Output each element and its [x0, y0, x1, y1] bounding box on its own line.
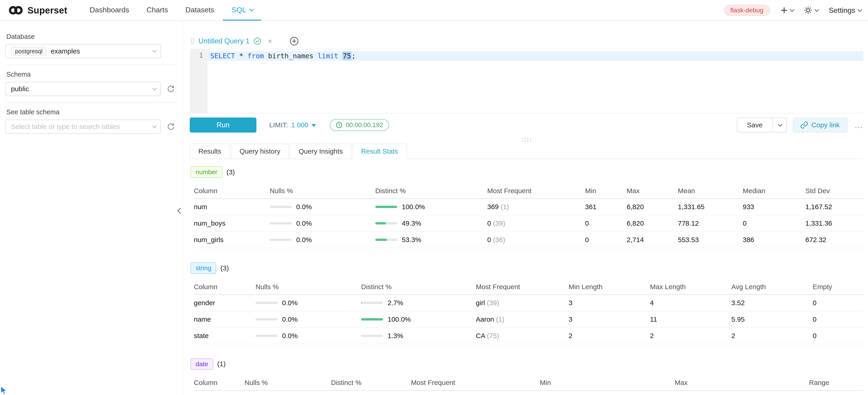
- tab-query-insights[interactable]: Query Insights: [290, 144, 351, 159]
- nulls-pct: 0.0%: [282, 299, 298, 307]
- caret-down-icon: [311, 124, 316, 127]
- plus-circle-icon: [289, 37, 299, 46]
- sql-semicolon: ;: [351, 52, 355, 60]
- chevron-down-icon: [778, 122, 782, 127]
- cell-nulls: 0.0%: [270, 236, 375, 244]
- resize-handle[interactable]: [522, 138, 531, 142]
- column-header: Nulls %: [270, 187, 375, 195]
- cell-column: num_boys: [194, 219, 270, 227]
- limit-value: 1 000: [291, 121, 308, 129]
- cell-min-length: 2: [568, 332, 650, 340]
- panel-resize-area: [190, 137, 863, 144]
- column-header: Most Frequent: [476, 283, 568, 291]
- string-stats-section: string (3) Column Nulls % Distinct % Mos…: [190, 263, 863, 344]
- distinct-bar: [361, 318, 383, 321]
- distinct-bar: [375, 222, 397, 224]
- table-row: num 0.0% 100.0% 369 (1) 361 6,820 1,331.…: [194, 199, 863, 215]
- nav-dashboards[interactable]: Dashboards: [81, 0, 138, 21]
- column-header: Column: [194, 379, 245, 387]
- sql-keyword: limit: [318, 52, 338, 60]
- column-header: Max: [627, 187, 678, 195]
- add-tab-button[interactable]: [289, 37, 299, 46]
- cell-most-frequent: girl (39): [476, 299, 568, 307]
- sql-table-name: birth_names: [268, 52, 314, 60]
- limit-dropdown[interactable]: LIMIT: 1 000: [269, 121, 316, 129]
- nav-datasets[interactable]: Datasets: [177, 0, 223, 21]
- nulls-pct: 0.0%: [296, 219, 312, 227]
- cell-distinct: 1.3%: [361, 332, 476, 340]
- table-select[interactable]: Select table or type to search tables: [5, 120, 161, 134]
- brand-name[interactable]: Superset: [27, 5, 67, 16]
- theme-toggle-button[interactable]: [804, 6, 818, 14]
- chevron-left-icon: [177, 208, 183, 213]
- save-dropdown-button[interactable]: [773, 118, 786, 132]
- copy-link-label: Copy link: [811, 121, 840, 129]
- superset-logo-icon[interactable]: [8, 5, 23, 16]
- collapse-sidebar-button[interactable]: [178, 206, 182, 215]
- sql-editor[interactable]: 1 SELECT * from birth_names limit 75;: [190, 49, 863, 113]
- cell-min: 361: [585, 203, 627, 211]
- save-button[interactable]: Save: [737, 118, 772, 132]
- query-tab-title: Untitled Query 1: [198, 37, 250, 45]
- cell-max: 6,820: [627, 203, 678, 211]
- distinct-pct: 100.0%: [388, 315, 411, 323]
- schema-select[interactable]: public: [5, 82, 161, 96]
- cell-nulls: 0.0%: [270, 219, 375, 227]
- refresh-tables-button[interactable]: [167, 123, 175, 130]
- tab-results[interactable]: Results: [190, 144, 230, 159]
- run-button[interactable]: Run: [190, 118, 256, 132]
- close-tab-icon[interactable]: ×: [268, 37, 272, 45]
- sun-icon: [804, 6, 812, 14]
- settings-menu[interactable]: Settings: [829, 6, 861, 14]
- new-item-button[interactable]: [781, 7, 793, 14]
- database-field: Database postgresql examples: [5, 33, 176, 58]
- cell-max-length: 11: [650, 315, 731, 323]
- column-header: Distinct %: [361, 283, 476, 291]
- column-header: Min: [540, 379, 675, 387]
- tab-query-history[interactable]: Query history: [231, 144, 289, 159]
- cell-max: 2,714: [627, 236, 678, 244]
- link-icon: [801, 121, 808, 129]
- settings-label: Settings: [829, 6, 855, 14]
- nav-sql[interactable]: SQL: [223, 0, 261, 21]
- query-tab[interactable]: Untitled Query 1 ×: [190, 37, 274, 45]
- tab-result-stats[interactable]: Result Stats: [352, 144, 407, 159]
- line-number: 1: [199, 52, 203, 59]
- sqllab-sidebar: Database postgresql examples Schema publ…: [0, 21, 183, 395]
- cell-nulls: 0.0%: [255, 332, 361, 340]
- nulls-pct: 0.0%: [296, 203, 312, 211]
- cell-distinct: 53.3%: [375, 236, 487, 244]
- cell-most-frequent: 0 (36): [487, 236, 585, 244]
- cell-max: 6,820: [627, 219, 678, 227]
- column-header: Std Dev: [805, 187, 863, 195]
- plus-icon: [781, 7, 787, 14]
- column-header: Max: [675, 379, 809, 387]
- nulls-bar: [270, 206, 291, 208]
- main-nav: Dashboards Charts Datasets SQL: [81, 0, 261, 21]
- cell-mean: 1,331.65: [678, 203, 743, 211]
- nulls-bar: [270, 222, 291, 224]
- cell-column: state: [194, 332, 255, 340]
- divider: [5, 65, 176, 65]
- copy-link-button[interactable]: Copy link: [793, 118, 847, 132]
- schema-label: Schema: [6, 71, 176, 78]
- nav-charts[interactable]: Charts: [138, 0, 177, 21]
- clock-icon: [336, 122, 343, 128]
- database-type-tag: postgresql: [11, 47, 46, 56]
- cell-min: 0: [585, 219, 627, 227]
- more-actions-button[interactable]: …: [854, 120, 863, 130]
- cell-distinct: 100.0%: [375, 203, 487, 211]
- distinct-bar: [361, 302, 383, 304]
- cell-most-frequent: 0 (39): [487, 219, 585, 227]
- table-row: gender 0.0% 2.7% girl (39) 3 4 3.52: [194, 295, 863, 311]
- cell-distinct: 100.0%: [361, 315, 476, 323]
- database-select[interactable]: postgresql examples: [5, 44, 161, 58]
- string-stats-table: Column Nulls % Distinct % Most Frequent …: [194, 279, 863, 344]
- chevron-down-icon: [858, 7, 862, 12]
- editor-toolbar: Run LIMIT: 1 000 00:00:00.192 Save: [190, 113, 863, 137]
- cell-most-frequent: Aaron (1): [476, 315, 568, 323]
- refresh-schemas-button[interactable]: [167, 85, 175, 93]
- sql-code-line: SELECT * from birth_names limit 75;: [210, 51, 355, 61]
- table-header-row: Column Nulls % Distinct % Most Frequent …: [194, 183, 863, 199]
- column-header: Min: [585, 187, 627, 195]
